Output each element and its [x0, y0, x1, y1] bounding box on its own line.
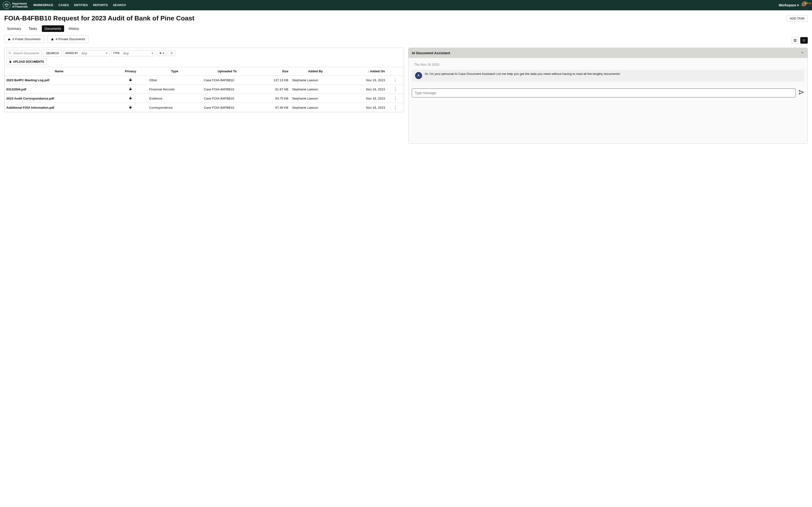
row-actions-menu[interactable]: ⋮	[393, 78, 397, 82]
cell-uploaded-to: Case FOIA-B4FBB10	[202, 75, 253, 85]
filter-icon	[159, 52, 162, 55]
lock-icon	[129, 97, 132, 100]
private-docs-label: 4 Private Documents	[56, 37, 85, 41]
th-type[interactable]: Type	[147, 67, 202, 75]
private-docs-pill[interactable]: 4 Private Documents	[47, 35, 89, 43]
cell-size: 97.49 KB	[252, 103, 290, 112]
th-privacy[interactable]: Privacy	[114, 67, 147, 75]
cell-type: Evidence	[147, 94, 202, 103]
window-traffic-dots	[804, 1, 811, 5]
cell-added-on: Nov 16, 2023	[341, 103, 387, 112]
refresh-icon	[170, 52, 173, 55]
collapse-icon[interactable]	[801, 51, 804, 55]
send-message-button[interactable]	[798, 89, 804, 97]
top-nav-bar: Department of Financials WORKSPACE CASES…	[0, 0, 812, 10]
th-actions	[387, 67, 404, 75]
cell-uploaded-to: Case FOIA-B4FBB10	[202, 94, 253, 103]
nav-workspace[interactable]: WORKSPACE	[33, 0, 53, 10]
svg-point-4	[803, 41, 803, 41]
cell-added-by: Stephanie Lawson	[290, 75, 341, 85]
ai-message-input[interactable]	[412, 89, 796, 97]
table-row[interactable]: 2023 BofPC Meeting Log.pdfOtherCase FOIA…	[4, 75, 404, 85]
layout-split-button[interactable]	[791, 37, 799, 44]
th-name[interactable]: Name	[4, 67, 114, 75]
sort-desc-icon: ↓	[368, 70, 369, 73]
th-added-on-label: Added On	[370, 69, 385, 73]
filter-type[interactable]: TYPE Any	[111, 50, 155, 56]
cell-type: Correspondence	[147, 103, 202, 112]
doc-search-wrapper	[6, 50, 42, 56]
cell-type: Financial Records	[147, 85, 202, 94]
search-icon	[8, 51, 11, 55]
lock-icon	[51, 38, 54, 41]
ai-assistant-panel: AI Document Assistant Thu Nov 16 2023 Hi…	[408, 48, 808, 144]
cell-name[interactable]: 03122004.pdf	[4, 85, 114, 94]
cell-name[interactable]: 2023 BofPC Meeting Log.pdf	[4, 75, 114, 85]
nav-search[interactable]: SEARCH	[113, 0, 126, 10]
cell-privacy	[114, 103, 147, 112]
th-size[interactable]: Size	[252, 67, 290, 75]
svg-point-3	[803, 40, 803, 41]
lock-icon	[129, 78, 132, 82]
cell-uploaded-to: Case FOIA-B4FBB10	[202, 85, 253, 94]
unlock-icon	[8, 38, 11, 41]
nav-entities[interactable]: ENTITIES	[74, 0, 88, 10]
cell-privacy	[114, 85, 147, 94]
public-docs-pill[interactable]: 0 Public Documents	[4, 35, 44, 43]
cell-added-by: Stephanie Lawson	[290, 94, 341, 103]
public-docs-label: 0 Public Documents	[12, 37, 41, 41]
ai-assistant-title: AI Document Assistant	[412, 51, 450, 55]
refresh-button[interactable]	[168, 50, 175, 56]
columns-icon	[794, 39, 797, 42]
th-added-on[interactable]: ↓ Added On	[341, 67, 387, 75]
cell-size: 81.67 KB	[252, 85, 290, 94]
list-icon	[802, 39, 806, 42]
cell-size: 83.75 KB	[252, 94, 290, 103]
workspace-selector-label: Workspace	[779, 3, 796, 7]
cell-name[interactable]: Additional FOIA Information.pdf	[4, 103, 114, 112]
th-added-by[interactable]: Added By	[290, 67, 341, 75]
svg-rect-0	[794, 39, 795, 41]
filter-type-value: Any	[121, 51, 146, 55]
table-row[interactable]: 03122004.pdfFinancial RecordsCase FOIA-B…	[4, 85, 404, 94]
doc-search-button[interactable]: SEARCH	[43, 50, 62, 57]
tab-history[interactable]: History	[66, 25, 82, 32]
add-task-button[interactable]: ADD TASK	[786, 15, 808, 22]
cell-name[interactable]: 2023 Audit Correspondance.pdf	[4, 94, 114, 103]
cell-privacy	[114, 94, 147, 103]
more-filters-button[interactable]: ▾	[157, 50, 166, 56]
ai-date-label: Thu Nov 16 2023	[412, 61, 805, 70]
th-uploaded-to[interactable]: Uploaded To	[202, 67, 253, 75]
documents-table: Name Privacy Type Uploaded To Size Added…	[4, 67, 404, 112]
layout-list-button[interactable]	[800, 37, 808, 44]
table-row[interactable]: Additional FOIA Information.pdfCorrespon…	[4, 103, 404, 112]
ai-message-text: Hi, I'm your personal AI Case Document A…	[425, 72, 620, 75]
row-actions-menu[interactable]: ⋮	[393, 87, 397, 92]
ai-avatar-icon	[415, 72, 422, 79]
nav-reports[interactable]: REPORTS	[93, 0, 108, 10]
nav-cases[interactable]: CASES	[58, 0, 69, 10]
tab-documents[interactable]: Documents	[42, 25, 64, 32]
upload-documents-button[interactable]: UPLOAD DOCUMENTS	[6, 58, 47, 65]
upload-documents-label: UPLOAD DOCUMENTS	[13, 60, 44, 63]
cell-added-by: Stephanie Lawson	[290, 103, 341, 112]
ai-welcome-message: Hi, I'm your personal AI Case Document A…	[412, 70, 805, 81]
cell-added-on: Nov 16, 2023	[341, 75, 387, 85]
doc-search-input[interactable]	[13, 51, 40, 55]
brand: Department of Financials	[3, 1, 28, 9]
row-actions-menu[interactable]: ⋮	[393, 105, 397, 110]
case-tabs: Summary Tasks Documents History	[4, 25, 808, 32]
filter-added-by[interactable]: ADDED BY Any	[63, 50, 110, 56]
cell-privacy	[114, 75, 147, 85]
caret-down-icon: ▾	[797, 3, 799, 7]
tab-tasks[interactable]: Tasks	[26, 25, 40, 32]
row-actions-menu[interactable]: ⋮	[393, 96, 397, 101]
lock-icon	[129, 106, 132, 109]
table-row[interactable]: 2023 Audit Correspondance.pdfEvidenceCas…	[4, 94, 404, 103]
filter-added-by-value: Any	[80, 51, 104, 55]
cell-uploaded-to: Case FOIA-B4FBB10	[202, 103, 253, 112]
brand-text: Department of Financials	[12, 2, 28, 8]
file-upload-icon	[9, 60, 12, 63]
tab-summary[interactable]: Summary	[4, 25, 24, 32]
workspace-selector[interactable]: Workspace ▾	[779, 3, 799, 7]
